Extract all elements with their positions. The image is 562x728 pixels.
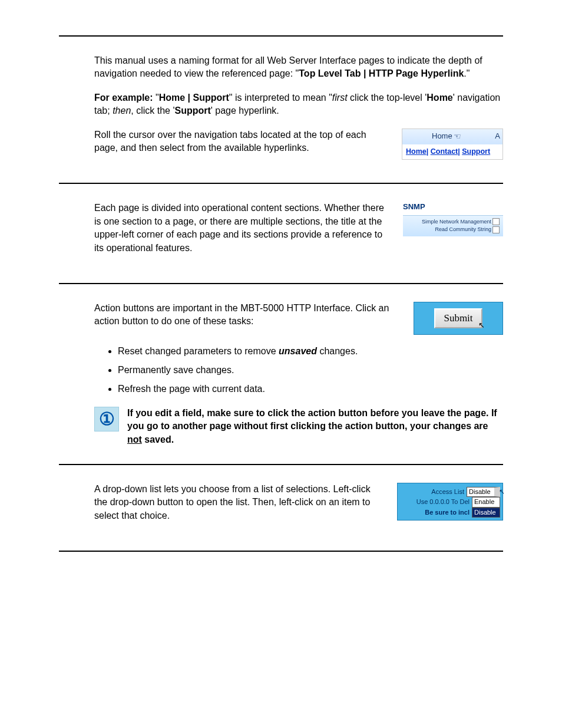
section-dropdown: A drop-down list lets you choose from a …	[59, 464, 503, 552]
text: " is interpreted to mean "	[229, 93, 332, 103]
text: saved.	[142, 434, 174, 444]
row: Roll the cursor over the navigation tabs…	[94, 129, 503, 166]
field-label: Read Community String	[435, 226, 491, 234]
text: click the top-level '	[348, 93, 427, 103]
section-action-buttons: Action buttons are important in the MBT-…	[59, 283, 503, 464]
note-text: If you edit a field, make sure to click …	[127, 407, 503, 446]
document-page: This manual uses a naming format for all…	[0, 0, 562, 599]
figure-submit-button: Submit ↖	[414, 302, 503, 335]
section-body: Simple Network Management Read Community…	[403, 215, 503, 236]
dropdown-label: Access List	[431, 487, 465, 496]
text-block: Roll the cursor over the navigation tabs…	[94, 129, 390, 166]
figure-content: Home ☜ A Home| Contact| Support	[402, 129, 503, 160]
link-contact: Contact	[431, 147, 458, 156]
section-page-sections: Each page is divided into operational co…	[59, 183, 503, 283]
figure-dropdown: ↖ Access List Disable Use 0.0.0.0 To Del…	[397, 483, 503, 521]
input-icon	[492, 218, 500, 225]
dropdown-row: Access List Disable	[400, 487, 500, 497]
cursor-arrow-icon: ↖	[478, 320, 485, 331]
row: Each page is divided into operational co…	[94, 202, 503, 265]
list-item: Reset changed parameters to remove unsav…	[118, 345, 503, 358]
text-block: A drop-down list lets you choose from a …	[94, 483, 385, 533]
paragraph: This manual uses a naming format for all…	[94, 54, 503, 81]
figure-section-header: SNMP Simple Network Management Read Comm…	[403, 202, 503, 236]
cursor-hand-icon: ☜	[454, 131, 461, 143]
text-italic: then	[113, 106, 131, 116]
cursor-arrow-icon: ↖	[499, 487, 505, 497]
dropdown-row: Use 0.0.0.0 To Del Enable	[400, 497, 500, 507]
section-naming-format: This manual uses a naming format for all…	[59, 35, 503, 183]
nav-links: Home| Contact| Support	[402, 144, 503, 160]
figure-content: Submit ↖	[414, 302, 503, 335]
text: changes.	[317, 346, 358, 356]
row: Action buttons are important in the MBT-…	[94, 302, 503, 339]
warning-icon	[94, 407, 119, 431]
text: ."	[464, 68, 470, 78]
text-bold-italic: unsaved	[279, 346, 317, 356]
separator: |	[427, 147, 431, 156]
tab-partial: A	[495, 131, 500, 141]
link-home: Home	[406, 147, 427, 156]
text: , click the '	[131, 106, 174, 116]
tab-home: Home	[432, 131, 452, 141]
list-item: Refresh the page with current data.	[118, 383, 503, 396]
text-block: Each page is divided into operational co…	[94, 202, 391, 265]
field-label: Simple Network Management	[422, 218, 491, 226]
text-bold: Home	[427, 93, 452, 103]
paragraph: Each page is divided into operational co…	[94, 202, 391, 255]
text: If you edit a field, make sure to click …	[127, 408, 497, 431]
dropdown-label: Be sure to incl	[425, 508, 471, 517]
section-title: SNMP	[403, 202, 503, 212]
text-block: Action buttons are important in the MBT-…	[94, 302, 402, 339]
dropdown-row: Be sure to incl Disable	[400, 508, 500, 518]
dropdown-option: Enable	[472, 497, 500, 507]
input-icon	[492, 226, 500, 233]
button-label: Submit	[444, 312, 472, 324]
text-bold: Support	[174, 106, 210, 116]
text-bold: Home | Support	[159, 93, 229, 103]
tab-bar: Home ☜ A	[402, 129, 503, 144]
link-support: Support	[462, 147, 490, 156]
figure-nav-tabs: Home ☜ A Home| Contact| Support	[402, 129, 503, 160]
dropdown-label: Use 0.0.0.0 To Del	[416, 498, 471, 506]
text-bold: For example:	[94, 93, 153, 103]
list-item: Permanently save changes.	[118, 364, 503, 377]
text: "	[153, 93, 159, 103]
paragraph: Roll the cursor over the navigation tabs…	[94, 129, 390, 155]
submit-button: Submit ↖	[434, 308, 482, 328]
text-italic: first	[332, 93, 348, 103]
dropdown-selected: Disable	[467, 487, 500, 497]
paragraph: A drop-down list lets you choose from a …	[94, 483, 385, 522]
row: A drop-down list lets you choose from a …	[94, 483, 503, 533]
text: ' page hyperlink.	[211, 106, 279, 116]
dropdown-option-highlighted: Disable	[472, 508, 500, 518]
figure-content: SNMP Simple Network Management Read Comm…	[403, 202, 503, 236]
text-bold: Top Level Tab | HTTP Page Hyperlink	[299, 68, 464, 78]
paragraph: For example: "Home | Support" is interpr…	[94, 91, 503, 118]
paragraph: Action buttons are important in the MBT-…	[94, 302, 402, 328]
text-underline: not	[127, 434, 142, 444]
figure-content: ↖ Access List Disable Use 0.0.0.0 To Del…	[397, 483, 503, 521]
note-callout: If you edit a field, make sure to click …	[94, 407, 503, 446]
text: Reset changed parameters to remove	[118, 346, 279, 356]
bullet-list: Reset changed parameters to remove unsav…	[94, 345, 503, 396]
